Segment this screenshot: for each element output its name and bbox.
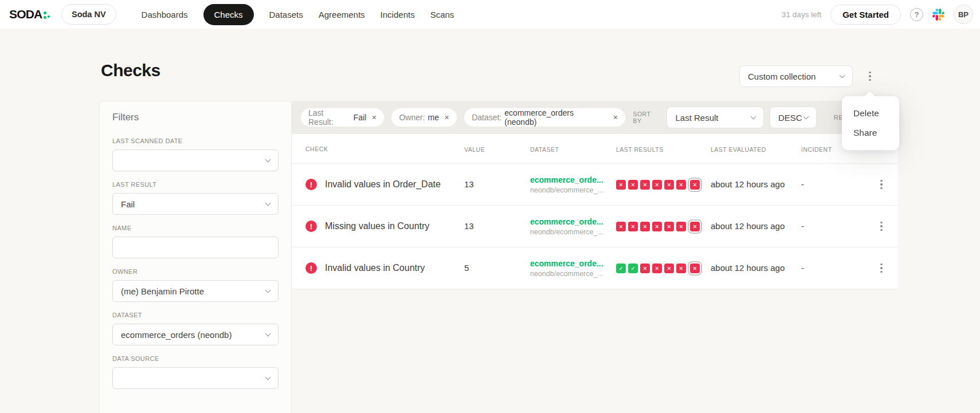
filter-chip-dataset[interactable]: Dataset:ecommerce_orders (neondb)✕ bbox=[464, 108, 625, 127]
column-header-label: VALUE bbox=[464, 146, 485, 153]
fail-result-icon[interactable]: ✕ bbox=[628, 222, 638, 231]
fail-result-icon[interactable]: ✕ bbox=[640, 180, 650, 190]
menu-item-share[interactable]: Share bbox=[842, 123, 899, 143]
filter-fields: LAST SCANNED DATELAST RESULTFailNAMEOWNE… bbox=[112, 137, 279, 389]
filter-chip-owner[interactable]: Owner:me✕ bbox=[391, 108, 457, 127]
fail-status-icon: ! bbox=[305, 179, 317, 190]
last-evaluated: about 12 hours ago bbox=[711, 179, 785, 189]
table-row[interactable]: !Invalid values in Country5ecommerce_ord… bbox=[292, 247, 898, 289]
fail-result-icon[interactable]: ✕ bbox=[640, 263, 650, 273]
filter-select-data-source[interactable] bbox=[112, 367, 279, 389]
pass-result-icon[interactable]: ✓ bbox=[628, 263, 638, 273]
collection-select[interactable]: Custom collection bbox=[739, 65, 853, 87]
fail-result-icon[interactable]: ✕ bbox=[628, 180, 638, 190]
chip-remove-icon[interactable]: ✕ bbox=[444, 114, 449, 121]
soda-logo[interactable]: SODA bbox=[9, 7, 50, 21]
top-nav-left: SODA Soda NV DashboardsChecksDatasetsAgr… bbox=[9, 4, 454, 25]
dataset-link[interactable]: ecommerce_orde... bbox=[530, 217, 616, 226]
fail-result-icon[interactable]: ✕ bbox=[664, 222, 674, 231]
column-header-value: VALUE bbox=[464, 144, 530, 154]
chip-remove-icon[interactable]: ✕ bbox=[613, 114, 618, 121]
filter-select-dataset[interactable]: ecommerce_orders (neondb) bbox=[112, 324, 279, 345]
collection-menu-button[interactable] bbox=[863, 67, 877, 85]
chip-label: Last Result: bbox=[308, 108, 351, 127]
fail-result-icon[interactable]: ✕ bbox=[652, 222, 662, 231]
check-name[interactable]: Invalid values in Order_Date bbox=[325, 179, 441, 190]
get-started-button[interactable]: Get Started bbox=[830, 5, 901, 25]
fail-result-icon[interactable]: ✕ bbox=[676, 263, 686, 273]
filter-input-name[interactable] bbox=[112, 237, 279, 258]
filter-label: DATASET bbox=[112, 312, 279, 318]
avatar[interactable]: BP bbox=[954, 5, 973, 24]
sort-direction-value: DESC bbox=[778, 113, 802, 123]
fail-result-icon[interactable]: ✕ bbox=[652, 180, 662, 190]
column-header-label: INCIDENT bbox=[801, 146, 832, 153]
soda-logo-text: SODA bbox=[9, 7, 42, 21]
check-name[interactable]: Invalid values in Country bbox=[325, 263, 425, 273]
results-history: ✕✕✕✕✕✕✕ bbox=[616, 180, 711, 190]
fail-result-icon[interactable]: ✕ bbox=[664, 180, 674, 190]
column-header-label: CHECK bbox=[305, 145, 328, 152]
table-row[interactable]: !Invalid values in Order_Date13ecommerce… bbox=[292, 164, 898, 206]
fail-result-icon[interactable]: ✕ bbox=[616, 222, 626, 231]
sort-field-select[interactable]: Last Result bbox=[667, 107, 764, 128]
trial-days-left: 31 days left bbox=[782, 10, 821, 19]
nav-item-dashboards[interactable]: Dashboards bbox=[142, 4, 188, 25]
fail-result-icon[interactable]: ✕ bbox=[640, 222, 650, 231]
chevron-down-icon bbox=[265, 287, 271, 293]
nav-item-agreements[interactable]: Agreements bbox=[319, 4, 365, 25]
filter-group-dataset: DATASETecommerce_orders (neondb) bbox=[112, 312, 279, 345]
results-history: ✓✓✕✕✕✕✕ bbox=[616, 263, 711, 273]
sort-direction-select[interactable]: DESC bbox=[770, 107, 817, 128]
check-name[interactable]: Missing values in Country bbox=[325, 221, 429, 231]
filter-select-last-scanned-date[interactable] bbox=[112, 150, 279, 171]
menu-item-delete[interactable]: Delete bbox=[842, 104, 899, 123]
chevron-down-icon bbox=[265, 200, 271, 206]
row-menu-button[interactable] bbox=[874, 219, 889, 234]
fail-result-icon[interactable]: ✕ bbox=[690, 263, 700, 273]
dataset-path: neondb/ecommerce_... bbox=[530, 228, 616, 236]
row-menu-button[interactable] bbox=[874, 177, 889, 192]
org-selector-button[interactable]: Soda NV bbox=[61, 4, 116, 25]
fail-result-icon[interactable]: ✕ bbox=[664, 263, 674, 273]
fail-result-icon[interactable]: ✕ bbox=[690, 222, 700, 231]
filter-group-name: NAME bbox=[112, 225, 279, 258]
fail-result-icon[interactable]: ✕ bbox=[690, 180, 700, 190]
slack-icon[interactable] bbox=[932, 9, 944, 21]
nav-item-checks[interactable]: Checks bbox=[203, 4, 254, 25]
column-header-check: CHECK bbox=[305, 145, 464, 152]
results-history: ✕✕✕✕✕✕✕ bbox=[616, 222, 711, 231]
column-header-last-results: LAST RESULTS bbox=[616, 144, 711, 154]
help-icon[interactable]: ? bbox=[910, 8, 923, 21]
fail-status-icon: ! bbox=[305, 221, 317, 232]
active-filter-chips: Last Result:Fail✕Owner:me✕Dataset:ecomme… bbox=[301, 108, 633, 127]
chip-remove-icon[interactable]: ✕ bbox=[371, 114, 377, 121]
filter-label: OWNER bbox=[112, 268, 279, 275]
row-actions-cell bbox=[863, 219, 889, 234]
fail-result-icon[interactable]: ✕ bbox=[676, 222, 686, 231]
nav-item-scans[interactable]: Scans bbox=[430, 4, 454, 25]
row-menu-button[interactable] bbox=[874, 261, 889, 276]
dataset-link[interactable]: ecommerce_orde... bbox=[530, 259, 616, 268]
last-evaluated: about 12 hours ago bbox=[711, 263, 785, 273]
fail-result-icon[interactable]: ✕ bbox=[652, 263, 662, 273]
fail-result-icon[interactable]: ✕ bbox=[676, 180, 686, 190]
top-nav-right: 31 days left Get Started ? BP bbox=[782, 5, 973, 25]
chip-value: me bbox=[428, 113, 439, 122]
dataset-link[interactable]: ecommerce_orde... bbox=[530, 175, 616, 184]
fail-result-icon[interactable]: ✕ bbox=[616, 180, 626, 190]
incident-value: - bbox=[801, 179, 804, 189]
filter-select-owner[interactable]: (me) Benjamin Pirotte bbox=[112, 280, 279, 302]
dataset-path: neondb/ecommerce_... bbox=[530, 270, 616, 278]
pass-result-icon[interactable]: ✓ bbox=[616, 263, 626, 273]
chevron-down-icon bbox=[265, 374, 271, 380]
table-row[interactable]: !Missing values in Country13ecommerce_or… bbox=[292, 206, 898, 247]
soda-logo-dots-icon bbox=[44, 11, 50, 19]
filter-select-last-result[interactable]: Fail bbox=[112, 193, 279, 215]
nav-item-datasets[interactable]: Datasets bbox=[269, 4, 303, 25]
filters-toolbar: Last Result:Fail✕Owner:me✕Dataset:ecomme… bbox=[292, 101, 898, 134]
page-title: Checks bbox=[101, 61, 160, 80]
filter-chip-last-result[interactable]: Last Result:Fail✕ bbox=[301, 108, 384, 127]
main-nav: DashboardsChecksDatasetsAgreementsIncide… bbox=[142, 4, 454, 25]
nav-item-incidents[interactable]: Incidents bbox=[381, 4, 415, 25]
